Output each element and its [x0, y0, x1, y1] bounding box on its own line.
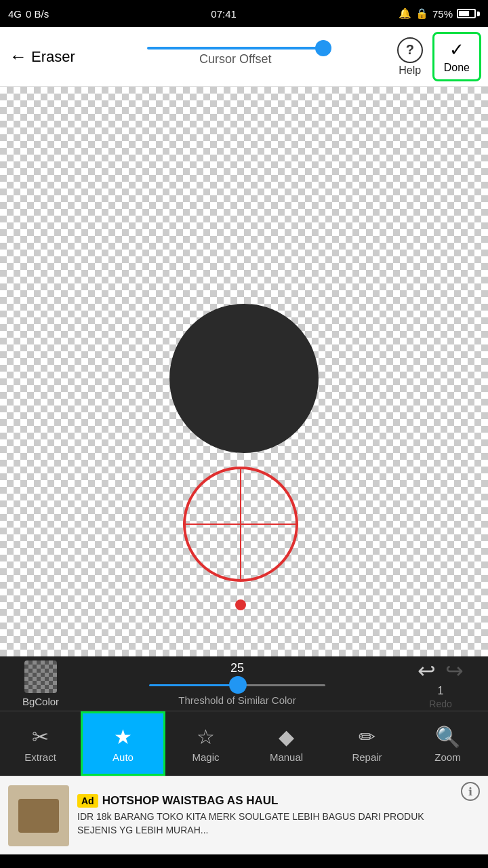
- auto-icon: ★: [114, 725, 132, 749]
- undo-count: 1: [438, 685, 444, 697]
- eraser-cursor: [183, 467, 298, 582]
- done-button[interactable]: ✓ Done: [432, 32, 481, 81]
- extract-label: Extract: [24, 751, 56, 763]
- cursor-offset-section: Cursor Offset: [83, 47, 388, 66]
- repair-icon: ✏: [359, 725, 375, 749]
- zoom-icon: 🔍: [435, 725, 460, 749]
- cursor-offset-label: Cursor Offset: [199, 52, 272, 66]
- help-button[interactable]: ? Help: [388, 32, 432, 82]
- repair-label: Repair: [352, 751, 382, 763]
- touch-point: [235, 599, 246, 610]
- ad-title: HOTSHOP WAISTBAG AS HAUL: [102, 794, 279, 808]
- done-label: Done: [444, 62, 470, 74]
- redo-button[interactable]: ↪: [445, 658, 464, 684]
- ad-description: IDR 18k BARANG TOKO KITA MERK SOULGATE L…: [77, 810, 453, 837]
- page-title: Eraser: [31, 48, 75, 66]
- bgcolor-button[interactable]: BgColor: [7, 660, 75, 707]
- threshold-section: 25 Threshold of Similar Color: [75, 661, 400, 706]
- ad-banner[interactable]: Ad HOTSHOP WAISTBAG AS HAUL IDR 18k BARA…: [0, 776, 488, 854]
- threshold-label: Threshold of Similar Color: [178, 694, 296, 706]
- crosshair-vertical: [240, 469, 241, 579]
- tab-zoom[interactable]: 🔍 Zoom: [407, 711, 488, 776]
- time: 07:41: [211, 8, 237, 20]
- zoom-label: Zoom: [434, 751, 460, 763]
- help-label: Help: [399, 64, 421, 77]
- undo-redo-row: ↩ ↪: [418, 658, 464, 684]
- signal-icon: 4G: [8, 8, 22, 20]
- manual-label: Manual: [270, 751, 303, 763]
- threshold-value: 25: [230, 661, 244, 675]
- canvas-area[interactable]: [0, 87, 488, 656]
- ad-thumbnail: [8, 785, 69, 846]
- data-speed: 0 B/s: [26, 8, 49, 20]
- ad-info-button[interactable]: ℹ: [461, 782, 480, 801]
- battery-icon: [457, 9, 480, 18]
- undo-button[interactable]: ↩: [418, 658, 436, 684]
- tab-manual[interactable]: ◆ Manual: [246, 711, 327, 776]
- bottom-controls: BgColor 25 Threshold of Similar Color ↩ …: [0, 656, 488, 711]
- auto-label: Auto: [113, 751, 134, 763]
- done-check-icon: ✓: [449, 39, 464, 60]
- threshold-slider[interactable]: [149, 677, 325, 693]
- magic-icon: ☆: [197, 725, 215, 749]
- tab-magic[interactable]: ☆ Magic: [165, 711, 246, 776]
- extract-icon: ✂: [32, 725, 49, 749]
- slider-track: [147, 47, 323, 50]
- notification-icon: 🔔: [399, 7, 411, 20]
- tab-auto[interactable]: ★ Auto: [81, 711, 165, 776]
- redo-label: Redo: [429, 698, 451, 709]
- toolbar: ← Eraser Cursor Offset ? Help ✓ Done: [0, 27, 488, 87]
- bgcolor-label: BgColor: [22, 696, 59, 707]
- tab-extract[interactable]: ✂ Extract: [0, 711, 81, 776]
- lock-icon: 🔒: [415, 7, 428, 20]
- manual-icon: ◆: [279, 725, 294, 749]
- back-arrow-icon: ←: [9, 46, 27, 67]
- slider-thumb[interactable]: [315, 40, 331, 56]
- undo-redo-section: ↩ ↪ 1 Redo: [400, 658, 481, 709]
- battery-percent: 75%: [432, 8, 453, 20]
- magic-label: Magic: [192, 751, 219, 763]
- cursor-offset-slider[interactable]: [147, 47, 323, 50]
- bgcolor-icon: [24, 660, 57, 693]
- status-bar: 4G 0 B/s 07:41 🔔 🔒 75%: [0, 0, 488, 27]
- status-left: 4G 0 B/s: [8, 8, 49, 20]
- tab-repair[interactable]: ✏ Repair: [327, 711, 407, 776]
- threshold-track-right: [237, 684, 325, 686]
- ad-thumb-inner: [18, 799, 59, 833]
- threshold-track-left: [149, 684, 237, 686]
- ad-badge: Ad: [77, 794, 98, 808]
- ad-content: Ad HOTSHOP WAISTBAG AS HAUL IDR 18k BARA…: [77, 794, 453, 837]
- subject-circle: [169, 304, 319, 453]
- help-icon: ?: [397, 37, 423, 63]
- tool-tabs: ✂ Extract ★ Auto ☆ Magic ◆ Manual ✏ Repa…: [0, 711, 488, 776]
- threshold-thumb[interactable]: [229, 676, 247, 694]
- ad-title-row: Ad HOTSHOP WAISTBAG AS HAUL: [77, 794, 453, 808]
- status-right: 🔔 🔒 75%: [399, 7, 480, 20]
- back-button[interactable]: ← Eraser: [7, 41, 83, 73]
